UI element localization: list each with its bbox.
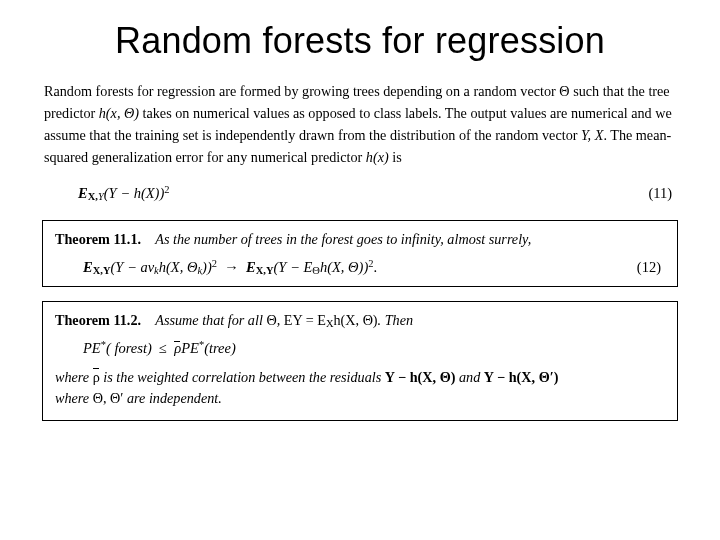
eq12-rhs-period: . (373, 259, 377, 275)
intro-text-1: Random forests for regression are formed… (44, 83, 559, 99)
thm12-rhobar: ρ (174, 340, 181, 357)
theorem-11-2-box: Theorem 11.2. Assume that for all Θ, EY … (42, 301, 678, 421)
theorem-11-2-statement: Assume that for all Θ, EY = EXh(X, Θ). T… (155, 312, 413, 328)
y-x-vector: Y, X (581, 127, 603, 143)
eq11-sub-x: X, (88, 191, 98, 202)
theorem-11-2-label: Theorem 11.2. (55, 312, 141, 328)
eq11-sq: 2 (164, 184, 169, 195)
eq12-arrow: → (224, 259, 239, 275)
equation-12: EX,Y(Y − avkh(X, Θk))2 → EX,Y(Y − EΘh(X,… (83, 258, 377, 276)
theorem-11-2-head: Theorem 11.2. Assume that for all Θ, EY … (55, 312, 665, 329)
where-end: are independent. (123, 390, 221, 406)
eq11-body: (Y − h(X)) (104, 185, 165, 201)
eq12-lhs-body2: h(X, Θ (159, 259, 198, 275)
eq12-lhs-sub: X,Y (93, 265, 111, 276)
equation-12-row: EX,Y(Y − avkh(X, Θk))2 → EX,Y(Y − EΘh(X,… (55, 258, 665, 276)
hx-symbol: h(x) (366, 149, 389, 165)
thm12-stmt-post: . Then (378, 312, 413, 328)
eq12-rhs-theta-sub: Θ (312, 265, 320, 276)
theorem-11-1-label: Theorem 11.1. (55, 231, 141, 247)
where-res1: Y − h(X, Θ) (385, 369, 456, 385)
thm12-pe-2: PE (181, 340, 199, 356)
thm12-stmt-pre: Assume that for all (155, 312, 266, 328)
where-comma: , (103, 390, 110, 406)
theorem-11-1-head: Theorem 11.1. As the number of trees in … (55, 231, 665, 248)
where-line2-pre: where (55, 390, 93, 406)
where-theta: Θ (93, 390, 103, 406)
slide-title: Random forests for regression (38, 20, 682, 62)
thm12-theta: Θ (266, 312, 276, 328)
slide-container: Random forests for regression Random for… (0, 0, 720, 421)
eq12-rhs-body2: h(X, Θ)) (320, 259, 368, 275)
eq12-lhs-body1: (Y − av (110, 259, 154, 275)
theorem-11-1-statement: As the number of trees in the forest goe… (155, 231, 531, 247)
equation-11-row: EX,Y(Y − h(X))2 (11) (44, 184, 676, 202)
equation-11-number: (11) (648, 185, 672, 202)
thm12-where: where ρ is the weighted correlation betw… (55, 367, 665, 410)
thm12-pe-1: PE (83, 340, 101, 356)
thm12-ey: EY = E (284, 312, 326, 328)
eq12-rhs-E: E (246, 259, 256, 275)
theta-symbol: Θ (559, 83, 569, 99)
where-res2: Y − h(X, Θ′) (484, 369, 559, 385)
intro-text-5: is (389, 149, 402, 165)
eq11-E: E (78, 185, 88, 201)
where-rhobar: ρ (93, 367, 100, 388)
thm12-le: ≤ (159, 340, 167, 356)
eq12-rhs-body1: (Y − E (274, 259, 313, 275)
eq12-lhs-E: E (83, 259, 93, 275)
intro-text-3: takes on numerical values as opposed to … (44, 105, 672, 143)
thm12-forest: ( forest) (106, 340, 152, 356)
thm12-ey-post: h(X, Θ) (333, 312, 377, 328)
hx-theta: h(x, Θ) (99, 105, 139, 121)
where-and: and (455, 369, 483, 385)
eq12-lhs-body3: )) (202, 259, 212, 275)
thm12-equation: PE*( forest) ≤ ρPE*(tree) (83, 339, 665, 357)
eq12-lhs-sq: 2 (212, 258, 217, 269)
theorem-11-1-box: Theorem 11.1. As the number of trees in … (42, 220, 678, 287)
equation-11: EX,Y(Y − h(X))2 (78, 184, 170, 202)
where-theta-prime: Θ′ (110, 390, 123, 406)
where-pre: where (55, 369, 93, 385)
where-mid: is the weighted correlation between the … (100, 369, 385, 385)
thm12-tree: (tree) (204, 340, 236, 356)
intro-paragraph: Random forests for regression are formed… (44, 80, 676, 168)
eq12-rhs-sub: X,Y (256, 265, 274, 276)
thm12-stmt-mid: , (277, 312, 284, 328)
equation-12-number: (12) (637, 259, 661, 276)
